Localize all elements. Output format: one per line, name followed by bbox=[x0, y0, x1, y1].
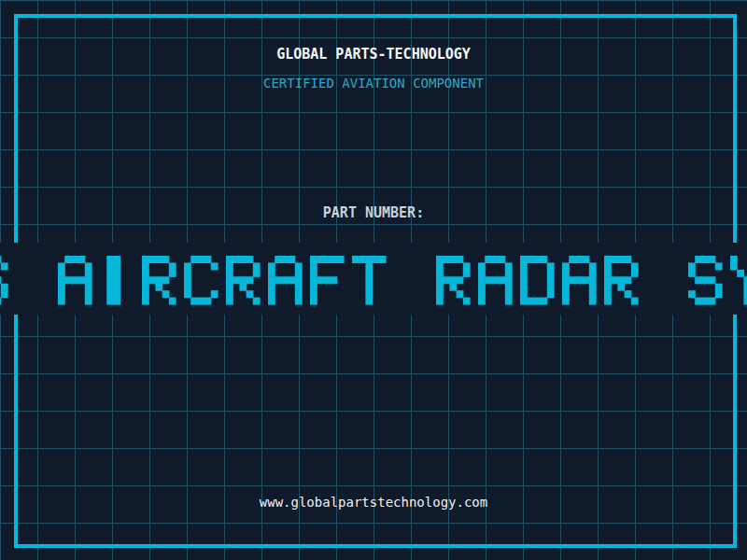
marquee-band bbox=[0, 243, 747, 315]
certification-subtitle: CERTIFIED AVIATION COMPONENT bbox=[0, 76, 747, 91]
website-url: www.globalpartstechnology.com bbox=[0, 495, 747, 510]
part-number-marquee-text bbox=[0, 243, 747, 315]
part-number-label: PART NUMBER: bbox=[0, 204, 747, 221]
page: GLOBAL PARTS-TECHNOLOGY CERTIFIED AVIATI… bbox=[0, 0, 747, 560]
company-title: GLOBAL PARTS-TECHNOLOGY bbox=[0, 46, 747, 63]
